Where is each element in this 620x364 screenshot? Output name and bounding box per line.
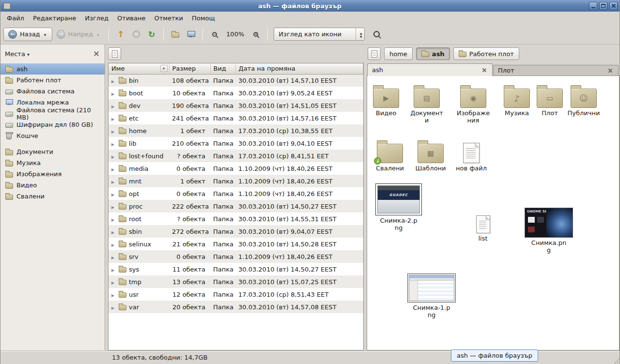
file-row[interactable]: sbin 272 обекта Папка 30.03.2010 (вт) 9,… bbox=[108, 225, 363, 238]
computer-button[interactable] bbox=[183, 27, 199, 42]
expander-icon[interactable] bbox=[111, 90, 116, 97]
icon-item-new-file[interactable]: нов файл bbox=[453, 137, 489, 172]
expander-icon[interactable] bbox=[111, 140, 116, 147]
menu-item[interactable]: Редактиране bbox=[29, 13, 80, 24]
sidebar-item[interactable]: Кошче bbox=[0, 130, 105, 141]
icon-item-list[interactable]: list bbox=[465, 215, 501, 243]
maximize-button[interactable] bbox=[599, 2, 607, 10]
file-row[interactable]: etc 241 обекта Папка 30.03.2010 (вт) 14,… bbox=[108, 112, 363, 124]
home-button[interactable] bbox=[168, 27, 183, 42]
file-row[interactable]: root ? обекта Папка 30.03.2010 (вт) 14,5… bbox=[108, 212, 363, 225]
file-row[interactable]: selinux 21 обекта Папка 30.03.2010 (вт) … bbox=[108, 238, 363, 250]
file-row[interactable]: srv 0 обекта Папка 1.10.2009 (чт) 18,40,… bbox=[108, 250, 363, 263]
sidebar-item[interactable]: Видео bbox=[0, 180, 105, 191]
icon-item-public[interactable]: Публични bbox=[566, 82, 602, 117]
close-tab-icon[interactable] bbox=[606, 67, 614, 74]
file-row[interactable]: lib 210 обекта Папка 30.03.2010 (вт) 9,0… bbox=[108, 137, 363, 150]
breadcrumb-desktop[interactable]: Работен плот bbox=[453, 47, 519, 60]
icon-item-snimka-1[interactable]: Снимка-1.png bbox=[406, 273, 457, 319]
expander-icon[interactable] bbox=[111, 266, 116, 273]
expander-icon[interactable] bbox=[111, 152, 116, 160]
stop-button[interactable] bbox=[128, 27, 144, 42]
icon-item-video[interactable]: Видео bbox=[368, 82, 404, 117]
expander-icon[interactable] bbox=[111, 253, 116, 260]
sidebar-item[interactable]: Шифриран дял (80 GB) bbox=[0, 119, 105, 130]
icon-item-snimka-2[interactable]: GUADEC Снимка-2.png bbox=[374, 183, 423, 232]
location-note-button[interactable] bbox=[368, 47, 381, 60]
sidebar-item[interactable]: Файлова система bbox=[0, 86, 105, 97]
sidebar-item[interactable]: Свалени bbox=[0, 191, 105, 202]
resize-grip[interactable] bbox=[612, 356, 619, 364]
file-row[interactable]: bin 108 обекта Папка 30.03.2010 (вт) 14,… bbox=[108, 74, 363, 87]
expander-icon[interactable] bbox=[111, 127, 116, 135]
expander-icon[interactable] bbox=[111, 278, 116, 286]
file-row[interactable]: proc 222 обекта Папка 30.03.2010 (вт) 14… bbox=[108, 200, 363, 212]
menu-item[interactable]: Отиване bbox=[113, 13, 150, 24]
sidebar-item[interactable]: Работен плот bbox=[0, 75, 105, 86]
icon-item-templates[interactable]: Шаблони bbox=[413, 137, 449, 172]
breadcrumb-home[interactable]: home bbox=[384, 47, 413, 60]
icon-item-downloads[interactable]: Свалени bbox=[372, 137, 408, 172]
minimize-button[interactable] bbox=[589, 2, 597, 10]
expander-icon[interactable] bbox=[111, 165, 116, 172]
sidebar-title[interactable]: Места bbox=[5, 50, 25, 58]
back-button[interactable]: Назад bbox=[3, 28, 52, 41]
file-row[interactable]: media 0 обекта Папка 1.10.2009 (чт) 18,4… bbox=[108, 162, 363, 175]
column-header-date[interactable]: Дата на промяна bbox=[235, 63, 363, 74]
reload-button[interactable] bbox=[144, 27, 159, 42]
menu-item[interactable]: Файл bbox=[2, 13, 29, 24]
file-row[interactable]: boot 10 обекта Папка 30.03.2010 (вт) 9,0… bbox=[108, 87, 363, 99]
expander-icon[interactable] bbox=[111, 215, 116, 223]
file-row[interactable]: sys 11 обекта Папка 30.03.2010 (вт) 14,5… bbox=[108, 263, 363, 275]
expander-icon[interactable] bbox=[111, 241, 116, 248]
sidebar-item[interactable]: Файлова система (210 MB) bbox=[0, 108, 105, 119]
file-row[interactable]: lost+found ? обекта Папка 17.03.2010 (ср… bbox=[108, 150, 363, 162]
menu-item[interactable]: Помощ bbox=[187, 13, 219, 24]
file-row[interactable]: home 1 обект Папка 17.03.2010 (ср) 10,38… bbox=[108, 124, 363, 137]
icon-item-desktop[interactable]: Плот bbox=[532, 82, 568, 117]
view-mode-select[interactable]: Изглед като икони bbox=[274, 28, 365, 41]
icon-item-snimka[interactable]: GNOME Store Снимка.png bbox=[523, 208, 574, 254]
icon-item-images[interactable]: Изображения bbox=[455, 82, 491, 124]
sidebar-item[interactable]: ash bbox=[0, 63, 105, 75]
file-row[interactable]: opt 0 обекта Папка 1.10.2009 (чт) 18,40,… bbox=[108, 187, 363, 200]
expander-icon[interactable] bbox=[111, 178, 116, 185]
file-row[interactable]: usr 12 обекта Папка 17.03.2010 (ср) 8,51… bbox=[108, 288, 363, 301]
combo-arrows-icon[interactable] bbox=[357, 31, 364, 38]
chevron-down-icon[interactable] bbox=[27, 50, 30, 58]
up-button[interactable] bbox=[113, 27, 128, 42]
titlebar[interactable]: ash — файлов браузър bbox=[0, 0, 620, 12]
column-header-type[interactable]: Вид bbox=[210, 63, 235, 74]
location-note-button[interactable] bbox=[108, 47, 121, 60]
close-tab-icon[interactable] bbox=[480, 66, 488, 74]
column-header-size[interactable]: Размер bbox=[169, 63, 210, 74]
zoom-out-button[interactable] bbox=[207, 27, 222, 42]
tab-ash[interactable]: ash bbox=[367, 63, 493, 76]
menu-item[interactable]: Изглед bbox=[80, 13, 113, 24]
file-row[interactable]: tmp 13 обекта Папка 30.03.2010 (вт) 15,0… bbox=[108, 275, 363, 288]
expander-icon[interactable] bbox=[111, 203, 116, 210]
expander-icon[interactable] bbox=[111, 115, 116, 122]
expander-icon[interactable] bbox=[111, 228, 116, 235]
sidebar-item[interactable]: Музика bbox=[0, 157, 105, 168]
expander-icon[interactable] bbox=[111, 102, 116, 109]
close-sidebar-icon[interactable] bbox=[93, 50, 100, 58]
forward-button[interactable]: Напред bbox=[52, 28, 105, 41]
expander-icon[interactable] bbox=[111, 190, 116, 197]
file-row[interactable]: mnt 1 обект Папка 1.10.2009 (чт) 18,40,2… bbox=[108, 175, 363, 187]
sidebar-item[interactable]: Документи bbox=[0, 146, 105, 157]
file-row[interactable]: var 20 обекта Папка 30.03.2010 (вт) 14,5… bbox=[108, 301, 363, 313]
icon-item-documents[interactable]: Документи bbox=[409, 82, 445, 124]
expander-icon[interactable] bbox=[111, 291, 116, 298]
column-header-name[interactable]: Име bbox=[108, 63, 169, 74]
close-button[interactable] bbox=[609, 2, 618, 10]
search-button[interactable] bbox=[369, 27, 384, 42]
chevron-down-icon[interactable] bbox=[43, 30, 47, 38]
file-row[interactable]: dev 190 обекта Папка 30.03.2010 (вт) 14,… bbox=[108, 99, 363, 112]
zoom-in-button[interactable] bbox=[248, 27, 264, 42]
icon-view[interactable]: Видео Документи Изображения Музика Плот bbox=[367, 76, 620, 350]
breadcrumb-ash[interactable]: ash bbox=[416, 47, 450, 60]
menu-item[interactable]: Отметки bbox=[150, 13, 187, 24]
icon-item-music[interactable]: Музика bbox=[499, 82, 535, 117]
tab-desktop[interactable]: Плот bbox=[493, 65, 619, 76]
